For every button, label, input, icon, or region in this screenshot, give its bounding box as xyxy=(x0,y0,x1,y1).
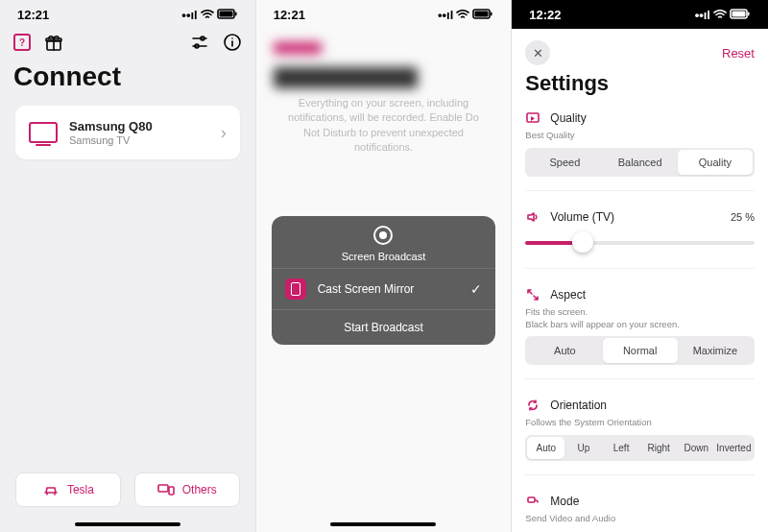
svg-rect-14 xyxy=(732,11,745,16)
broadcast-app-name: Cast Screen Mirror xyxy=(318,282,415,296)
status-time: 12:22 xyxy=(529,8,561,22)
aspect-label: Aspect xyxy=(550,288,586,302)
status-icons: ••ıl xyxy=(438,8,493,22)
quality-balanced[interactable]: Balanced xyxy=(603,150,678,175)
svg-rect-12 xyxy=(491,12,492,15)
record-icon xyxy=(373,226,393,245)
aspect-icon xyxy=(525,288,540,302)
aspect-maximize[interactable]: Maximize xyxy=(678,338,753,363)
orientation-left[interactable]: Left xyxy=(603,437,640,459)
mode-icon xyxy=(525,495,540,508)
section-orientation: Orientation Follows the System Orientati… xyxy=(512,395,768,491)
gift-icon[interactable] xyxy=(44,33,63,52)
svg-rect-11 xyxy=(475,11,489,16)
divider xyxy=(525,190,755,191)
chevron-right-icon: › xyxy=(221,123,227,143)
broadcast-sheet: Screen Broadcast Cast Screen Mirror ✓ St… xyxy=(272,216,496,345)
bottom-button-row: Tesla Others xyxy=(15,472,240,507)
orientation-segment: Auto Up Left Right Down Inverted xyxy=(525,435,755,461)
orientation-down[interactable]: Down xyxy=(678,437,715,459)
quality-segment: Speed Balanced Quality xyxy=(525,148,755,177)
settings-scroll[interactable]: ✕ Reset Settings Quality Best Quality Sp… xyxy=(512,29,768,532)
others-label: Others xyxy=(182,483,217,496)
screen-settings: 12:22 ••ıl ✕ Reset Settings Quality Best… xyxy=(512,0,768,532)
svg-rect-9 xyxy=(169,487,174,495)
status-icons: ••ıl xyxy=(181,8,237,22)
sliders-icon[interactable] xyxy=(190,33,209,52)
orientation-auto[interactable]: Auto xyxy=(527,437,564,459)
device-card-samsung[interactable]: Samsung Q80 Samsung TV › xyxy=(15,106,240,159)
wifi-icon xyxy=(456,8,469,22)
divider xyxy=(525,378,755,379)
svg-rect-1 xyxy=(219,11,232,16)
svg-rect-15 xyxy=(748,12,750,15)
aspect-normal[interactable]: Normal xyxy=(603,338,678,363)
screen-connect: 12:21 ••ıl ? Connect Samsung Q80 Samsung… xyxy=(0,0,256,532)
status-time: 12:21 xyxy=(17,8,49,22)
help-icon[interactable]: ? xyxy=(13,34,31,51)
volume-slider[interactable] xyxy=(525,233,755,253)
device-sub: Samsung TV xyxy=(69,134,209,146)
quality-label: Quality xyxy=(550,111,586,125)
tesla-button[interactable]: Tesla xyxy=(15,472,121,507)
volume-icon xyxy=(525,210,540,224)
checkmark-icon: ✓ xyxy=(470,281,482,297)
volume-label: Volume (TV) xyxy=(550,210,614,224)
app-icon xyxy=(285,278,306,300)
signal-icon: ••ıl xyxy=(695,8,710,22)
mode-label: Mode xyxy=(550,495,579,508)
home-indicator[interactable] xyxy=(75,522,180,526)
status-time: 12:21 xyxy=(274,8,305,22)
devices-icon xyxy=(157,483,175,496)
svg-rect-8 xyxy=(158,485,168,492)
section-aspect: Aspect Fits the screen. Black bars will … xyxy=(512,284,768,396)
divider xyxy=(525,268,755,269)
aspect-auto[interactable]: Auto xyxy=(527,338,602,363)
battery-icon xyxy=(472,8,493,22)
home-indicator[interactable] xyxy=(330,522,436,526)
broadcast-title: Screen Broadcast xyxy=(342,251,425,262)
battery-icon xyxy=(730,8,751,22)
device-name: Samsung Q80 xyxy=(69,119,209,133)
quality-quality[interactable]: Quality xyxy=(678,150,753,175)
orientation-up[interactable]: Up xyxy=(564,437,602,459)
signal-icon: ••ıl xyxy=(438,8,453,22)
recording-notice: Everything on your screen, including not… xyxy=(270,96,498,156)
svg-rect-17 xyxy=(528,497,535,502)
wifi-icon xyxy=(713,8,727,22)
volume-value: 25 % xyxy=(731,211,755,223)
divider xyxy=(525,474,755,475)
section-volume: Volume (TV) 25 % xyxy=(512,206,768,284)
orientation-sub: Follows the System Orientation xyxy=(525,417,755,429)
slider-thumb[interactable] xyxy=(572,231,593,253)
quality-speed[interactable]: Speed xyxy=(527,150,602,175)
wifi-icon xyxy=(201,8,214,22)
orientation-label: Orientation xyxy=(550,399,607,412)
top-toolbar: ? xyxy=(0,29,255,56)
device-text: Samsung Q80 Samsung TV xyxy=(69,119,209,146)
settings-header-row: ✕ Reset xyxy=(512,29,768,67)
status-bar: 12:22 ••ıl xyxy=(512,0,768,29)
quality-sub: Best Quality xyxy=(525,130,755,142)
aspect-segment: Auto Normal Maximize xyxy=(525,336,755,365)
settings-title: Settings xyxy=(512,67,768,108)
section-mode: Mode Send Video and Audio xyxy=(512,491,768,532)
tv-icon xyxy=(29,122,58,143)
screen-broadcast: 12:21 ••ıl Everything on your screen, in… xyxy=(256,0,513,532)
broadcast-app-row[interactable]: Cast Screen Mirror ✓ xyxy=(272,268,496,310)
close-icon[interactable]: ✕ xyxy=(525,40,550,65)
orientation-inverted[interactable]: Inverted xyxy=(715,437,753,459)
aspect-sub: Fits the screen. Black bars will appear … xyxy=(525,306,755,331)
start-broadcast-button[interactable]: Start Broadcast xyxy=(272,310,496,345)
section-quality: Quality Best Quality Speed Balanced Qual… xyxy=(512,108,768,206)
orientation-right[interactable]: Right xyxy=(640,437,678,459)
others-button[interactable]: Others xyxy=(134,472,240,507)
orientation-icon xyxy=(525,399,540,412)
info-icon[interactable] xyxy=(223,33,242,52)
mode-sub: Send Video and Audio xyxy=(525,513,755,525)
status-icons: ••ıl xyxy=(695,8,751,22)
svg-rect-2 xyxy=(235,12,237,15)
page-title: Connect xyxy=(0,56,255,106)
reset-button[interactable]: Reset xyxy=(722,46,755,60)
quality-icon xyxy=(525,111,540,125)
